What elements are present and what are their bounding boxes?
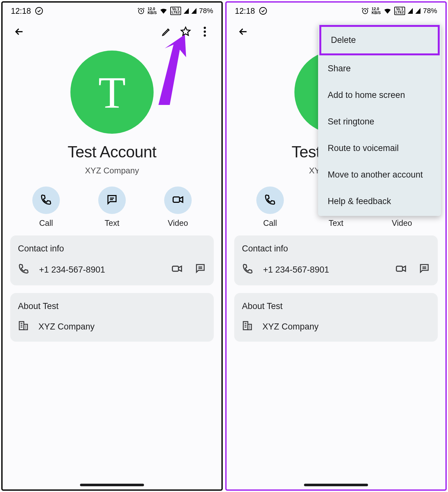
signal-1-icon [184, 8, 189, 14]
svg-point-0 [36, 7, 43, 14]
menu-item-add-home[interactable]: Add to home screen [318, 82, 441, 108]
phone-number: +1 234-567-8901 [39, 265, 105, 275]
company-value: XYZ Company [262, 322, 319, 332]
about-title: About Test [242, 301, 430, 311]
volte-badge: Vo 1LTE2 [170, 7, 181, 15]
video-icon[interactable] [395, 263, 407, 277]
call-action[interactable]: Call [32, 186, 60, 228]
menu-item-help[interactable]: Help & feedback [318, 188, 441, 215]
alarm-icon [361, 7, 369, 15]
status-battery: 78% [199, 7, 213, 15]
menu-item-move-account[interactable]: Move to another account [318, 162, 441, 188]
message-icon[interactable] [195, 263, 206, 277]
alarm-icon [137, 7, 145, 15]
building-icon [242, 320, 253, 333]
svg-rect-15 [248, 324, 251, 330]
signal-2-icon [415, 8, 420, 14]
company-row[interactable]: XYZ Company [18, 320, 206, 333]
action-row: Call Text Video [3, 186, 221, 228]
contact-info-title: Contact info [18, 244, 206, 254]
about-title: About Test [18, 301, 206, 311]
svg-rect-7 [172, 266, 179, 271]
svg-point-10 [260, 7, 267, 14]
signal-1-icon [408, 8, 413, 14]
company-row[interactable]: XYZ Company [242, 320, 430, 333]
contact-info-card: Contact info +1 234-567-8901 [10, 235, 214, 285]
menu-item-delete[interactable]: Delete [319, 25, 440, 55]
message-icon[interactable] [419, 263, 430, 277]
menu-item-set-ringtone[interactable]: Set ringtone [318, 108, 441, 135]
building-icon [18, 320, 29, 333]
svg-rect-9 [24, 324, 27, 330]
signal-2-icon [191, 8, 196, 14]
nav-bar[interactable] [80, 484, 144, 486]
nav-bar[interactable] [304, 484, 368, 486]
text-label: Text [105, 218, 119, 228]
edit-button[interactable] [157, 22, 176, 41]
phone-icon [40, 194, 52, 207]
phone-left: 12:18 12.0KB/S Vo 1LTE2 78% [1, 1, 223, 491]
wifi-icon [383, 7, 392, 15]
contact-company: XYZ Company [3, 166, 221, 176]
svg-rect-13 [396, 266, 403, 271]
video-icon[interactable] [171, 263, 183, 277]
phone-icon [242, 263, 253, 277]
volte-badge: Vo 1LTE2 [394, 7, 405, 15]
video-label: Video [392, 218, 412, 228]
status-kbps: 12.0KB/S [148, 7, 157, 15]
text-action[interactable]: Text [98, 186, 126, 228]
svg-rect-6 [173, 197, 180, 202]
back-button[interactable] [234, 22, 253, 41]
phone-right: 12:18 12.0KB/S Vo 1LTE2 78% [225, 1, 447, 491]
menu-item-route-voicemail[interactable]: Route to voicemail [318, 135, 441, 162]
phone-row[interactable]: +1 234-567-8901 [242, 263, 430, 277]
video-label: Video [168, 218, 188, 228]
contact-info-card: Contact info +1 234-567-8901 [234, 235, 438, 285]
check-icon [259, 7, 267, 15]
avatar-letter: T [98, 67, 126, 118]
status-time: 12:18 [235, 6, 255, 16]
svg-point-4 [204, 35, 206, 37]
about-card: About Test XYZ Company [234, 293, 438, 342]
text-label: Text [329, 218, 343, 228]
menu-item-share[interactable]: Share [318, 55, 441, 82]
contact-info-title: Contact info [242, 244, 430, 254]
phone-icon [264, 194, 276, 207]
svg-point-3 [204, 31, 206, 33]
status-bar: 12:18 12.0KB/S Vo 1LTE2 78% [3, 3, 221, 19]
contact-hero: T Test Account XYZ Company [3, 44, 221, 176]
company-value: XYZ Company [38, 322, 95, 332]
overflow-button[interactable] [195, 22, 214, 41]
favorite-button[interactable] [176, 22, 195, 41]
call-label: Call [39, 218, 53, 228]
message-icon [106, 194, 118, 207]
status-bar: 12:18 12.0KB/S Vo 1LTE2 78% [227, 3, 445, 19]
status-kbps: 12.0KB/S [372, 7, 381, 15]
svg-point-2 [204, 27, 206, 29]
phone-icon [18, 263, 29, 277]
call-action[interactable]: Call [256, 186, 284, 228]
toolbar [3, 19, 221, 44]
avatar[interactable]: T [70, 51, 154, 134]
status-time: 12:18 [11, 6, 31, 16]
phone-number: +1 234-567-8901 [263, 265, 329, 275]
check-icon [35, 7, 43, 15]
back-button[interactable] [10, 22, 29, 41]
video-icon [172, 193, 184, 207]
about-card: About Test XYZ Company [10, 293, 214, 342]
video-action[interactable]: Video [164, 186, 192, 228]
wifi-icon [159, 7, 168, 15]
contact-name: Test Account [3, 143, 221, 161]
status-battery: 78% [423, 7, 437, 15]
phone-row[interactable]: +1 234-567-8901 [18, 263, 206, 277]
call-label: Call [263, 218, 277, 228]
overflow-menu: Delete Share Add to home screen Set ring… [318, 24, 441, 216]
